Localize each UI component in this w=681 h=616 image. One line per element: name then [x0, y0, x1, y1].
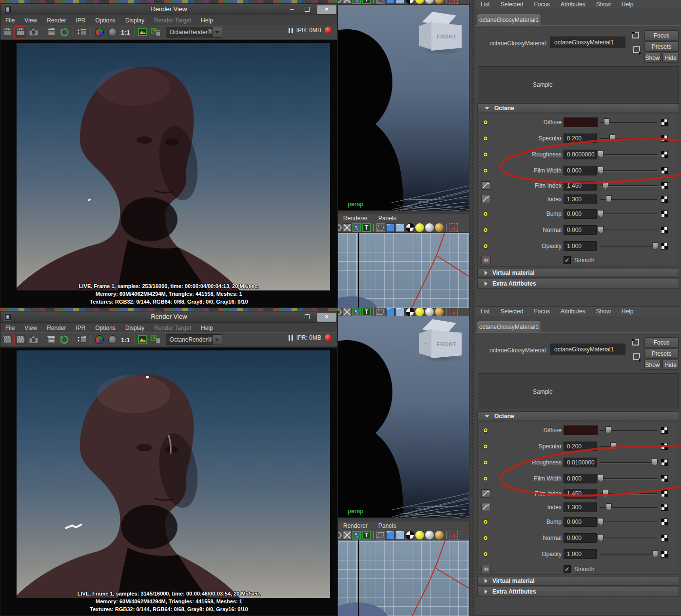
texture-map-button[interactable]	[661, 504, 668, 511]
menu-display[interactable]: Display	[120, 17, 149, 24]
textured-mode-icon[interactable]	[396, 223, 405, 232]
camera-lock-icon[interactable]	[338, 532, 342, 539]
normal-slider[interactable]	[600, 225, 657, 235]
slider-handle[interactable]	[598, 210, 603, 217]
bump-slider[interactable]	[600, 517, 657, 527]
checker-shading-icon[interactable]	[406, 531, 414, 539]
show-button[interactable]: Show	[644, 360, 661, 370]
menu-options[interactable]: Options	[91, 17, 120, 24]
slider-handle[interactable]	[598, 534, 603, 541]
menu-display[interactable]: Display	[120, 325, 149, 331]
film-width-slider[interactable]	[600, 474, 657, 483]
wireframe-mode-icon[interactable]	[376, 308, 385, 316]
menu-options[interactable]: Options	[91, 325, 120, 331]
view-cube-front-face[interactable]: FRONT	[431, 22, 462, 51]
render-canvas[interactable]: LIVE, Frame 1, samples: 3145/16000, time…	[0, 347, 337, 616]
shadows-icon[interactable]	[435, 223, 444, 232]
front-viewport-grid[interactable]	[338, 232, 469, 308]
hide-button[interactable]: Hide	[662, 53, 679, 63]
texture-map-button[interactable]	[661, 535, 668, 541]
menu-selected[interactable]: Selected	[495, 1, 529, 8]
isolate-select-icon[interactable]	[449, 531, 458, 539]
film-index-slider[interactable]	[600, 489, 657, 499]
breakout-tab-icon[interactable]	[632, 352, 642, 362]
slider-handle[interactable]	[603, 490, 608, 497]
dropdown-arrow-icon[interactable]	[213, 334, 222, 345]
textured-mode-icon[interactable]	[396, 308, 405, 316]
text-hud-icon[interactable]: T	[362, 223, 371, 232]
menu-render[interactable]: Render	[42, 17, 71, 24]
window-titlebar[interactable]: Render View – ×	[0, 311, 337, 323]
shaded-mode-icon[interactable]	[386, 531, 395, 539]
menu-file[interactable]: File	[0, 325, 19, 331]
specular-slider[interactable]	[600, 442, 657, 451]
texture-map-button[interactable]	[661, 211, 668, 217]
isolate-select-icon[interactable]	[449, 223, 458, 232]
index-slider[interactable]	[600, 502, 657, 512]
slider-handle[interactable]	[603, 182, 608, 189]
texture-map-button[interactable]	[661, 443, 668, 450]
menu-show[interactable]: Show	[591, 1, 616, 8]
camera-lock-icon[interactable]	[338, 224, 342, 231]
remove-image-button[interactable]	[150, 334, 162, 346]
texture-map-button[interactable]	[661, 167, 668, 174]
no-gate-icon[interactable]	[343, 308, 351, 316]
film-index-input[interactable]: 1.450	[564, 489, 597, 499]
texture-map-button[interactable]	[661, 151, 668, 158]
film-width-input[interactable]: 0.000	[564, 166, 597, 175]
bump-input[interactable]: 0.000	[564, 517, 597, 527]
all-lights-icon[interactable]	[425, 308, 434, 316]
slider-handle[interactable]	[605, 426, 611, 434]
render-canvas[interactable]: LIVE, Frame 1, samples: 253/16000, time:…	[0, 40, 337, 308]
copy-tab-icon[interactable]	[630, 30, 640, 40]
material-name-input[interactable]: octaneGlossyMaterial1	[550, 344, 625, 355]
render-region-button[interactable]	[14, 26, 26, 38]
isolate-select-icon[interactable]	[449, 0, 458, 4]
focus-button[interactable]: Focus	[644, 337, 679, 347]
renderer-dropdown[interactable]: OctaneRender®	[166, 27, 222, 38]
channel-split-icon[interactable]	[481, 565, 491, 573]
bump-slider[interactable]	[600, 209, 657, 219]
pause-icon[interactable]	[289, 335, 293, 341]
presets-button[interactable]: Presets	[644, 41, 679, 52]
texture-map-button[interactable]	[661, 243, 668, 250]
index-input[interactable]: 1.300	[564, 502, 597, 512]
normal-slider[interactable]	[600, 533, 657, 543]
tab-octane-glossy-material[interactable]: octaneGlossyMaterial1	[477, 321, 541, 332]
render-button[interactable]	[1, 334, 13, 346]
checker-shading-icon[interactable]	[406, 0, 414, 4]
menu-help[interactable]: Help	[616, 1, 639, 8]
render-region-button[interactable]	[14, 334, 26, 346]
maximize-button[interactable]	[301, 313, 314, 322]
slider-handle[interactable]	[598, 167, 603, 174]
keep-image-button[interactable]	[137, 26, 149, 38]
film-gate-icon[interactable]	[352, 308, 361, 316]
all-lights-icon[interactable]	[425, 223, 434, 232]
diffuse-color-swatch[interactable]	[564, 117, 598, 127]
smooth-checkbox[interactable]: ✓	[564, 256, 571, 264]
slider-handle[interactable]	[610, 443, 616, 450]
no-gate-icon[interactable]	[343, 0, 351, 4]
film-width-slider[interactable]	[600, 166, 657, 175]
normal-input[interactable]: 0.000	[564, 533, 597, 543]
keep-image-button[interactable]	[137, 334, 149, 346]
specular-input[interactable]: 0.200	[564, 134, 597, 143]
virtual-material-section-header[interactable]: Virtual material	[477, 268, 679, 278]
film-index-slider[interactable]	[600, 181, 657, 191]
slider-handle[interactable]	[652, 550, 658, 558]
dropdown-arrow-icon[interactable]	[213, 27, 222, 38]
texture-map-button[interactable]	[661, 196, 668, 203]
ipr-render-button[interactable]: IPR	[45, 26, 57, 38]
specular-slider[interactable]	[600, 134, 657, 143]
close-button[interactable]: ×	[317, 313, 336, 322]
pane-resize-gutter[interactable]	[469, 0, 475, 616]
close-button[interactable]: ×	[317, 5, 336, 14]
texture-map-button[interactable]	[661, 519, 668, 525]
index-input[interactable]: 1.300	[564, 194, 597, 204]
isolate-select-icon[interactable]	[449, 308, 458, 316]
menu-panels[interactable]: Panels	[373, 522, 402, 529]
view-cube[interactable]: ⌐ FRONT	[418, 319, 465, 364]
ipr-region-button[interactable]	[76, 26, 88, 38]
slider-handle[interactable]	[598, 475, 603, 482]
menu-ipr[interactable]: IPR	[71, 325, 91, 331]
